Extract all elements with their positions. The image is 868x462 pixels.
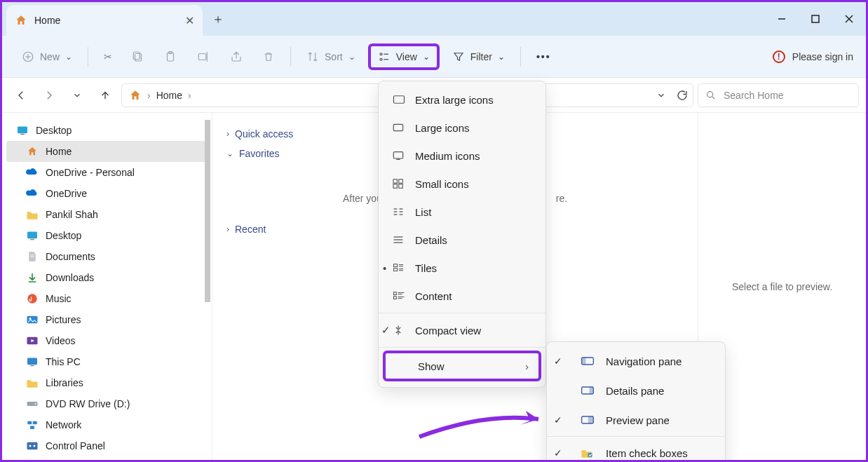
view-button[interactable]: View ⌄ <box>368 43 440 70</box>
nav-item-network[interactable]: Network <box>2 414 212 435</box>
copy-icon <box>132 50 144 63</box>
chevron-right-icon: › <box>525 360 529 372</box>
annotation-arrow <box>416 409 556 444</box>
show-details-pane[interactable]: Details pane <box>547 376 725 405</box>
tab-home[interactable]: Home ✕ <box>6 5 203 36</box>
new-button[interactable]: New ⌄ <box>15 43 79 70</box>
nav-label: Home <box>46 146 72 157</box>
forward-button[interactable] <box>37 83 61 107</box>
more-icon: ••• <box>536 51 551 62</box>
download-icon <box>26 271 39 284</box>
sign-in-button[interactable]: ! Please sign in <box>773 50 853 63</box>
show-navigation-pane[interactable]: ✓ Navigation pane <box>547 346 725 376</box>
svg-rect-23 <box>30 254 34 255</box>
details-pane-icon <box>581 386 596 395</box>
up-button[interactable] <box>93 83 117 107</box>
svg-point-15 <box>380 58 382 60</box>
view-extra-large-icons[interactable]: Extra large icons <box>379 86 545 114</box>
folder-icon <box>26 376 39 389</box>
view-menu: Extra large icons Large icons Medium ico… <box>378 81 546 388</box>
refresh-button[interactable] <box>676 89 689 102</box>
nav-item-user-folder[interactable]: Pankil Shah <box>2 204 212 225</box>
delete-button[interactable] <box>255 43 282 70</box>
share-button[interactable] <box>223 43 250 70</box>
svg-point-32 <box>34 403 36 405</box>
more-button[interactable]: ••• <box>529 43 558 70</box>
nav-item-documents[interactable]: Documents <box>2 246 212 267</box>
nav-item-libraries[interactable]: Libraries <box>2 372 212 393</box>
nav-item-desktop2[interactable]: Desktop <box>2 225 212 246</box>
nav-label: Libraries <box>46 377 83 388</box>
copy-button[interactable] <box>125 43 151 70</box>
tab-close-icon[interactable]: ✕ <box>185 14 194 27</box>
list-icon <box>393 208 404 216</box>
chevron-down-icon: ⌄ <box>348 52 355 62</box>
nav-item-videos[interactable]: Videos <box>2 330 212 351</box>
view-details[interactable]: Details <box>379 226 545 254</box>
minimize-button[interactable] <box>765 2 799 36</box>
svg-rect-41 <box>393 152 402 158</box>
check-icon: ✓ <box>554 447 562 458</box>
nav-label: Desktop <box>36 125 72 136</box>
breadcrumb-location[interactable]: Home <box>156 90 182 101</box>
nav-item-pictures[interactable]: Pictures <box>2 309 212 330</box>
separator <box>88 47 88 67</box>
close-window-button[interactable] <box>832 2 866 36</box>
nav-item-onedrive-personal[interactable]: OneDrive - Personal <box>2 162 212 183</box>
sort-button[interactable]: Sort ⌄ <box>299 43 362 70</box>
svg-point-38 <box>34 445 36 447</box>
view-tiles[interactable]: Tiles <box>379 254 545 282</box>
rename-icon <box>196 50 210 63</box>
sort-label: Sort <box>325 51 343 62</box>
nav-item-thispc[interactable]: This PC <box>2 351 212 372</box>
nav-item-downloads[interactable]: Downloads <box>2 267 212 288</box>
nav-item-dvd-drive[interactable]: DVD RW Drive (D:) <box>2 393 212 414</box>
cut-button[interactable]: ✂ <box>97 43 119 70</box>
nav-item-control-panel[interactable]: Control Panel <box>2 435 212 456</box>
view-content[interactable]: Content <box>379 282 545 310</box>
chevron-right-icon: › <box>226 129 229 139</box>
thispc-icon <box>26 355 39 368</box>
trash-icon <box>262 50 275 63</box>
desktop-icon <box>26 229 39 242</box>
rename-button[interactable] <box>189 43 217 70</box>
svg-rect-59 <box>394 269 398 271</box>
nav-label: Documents <box>46 251 95 262</box>
svg-point-13 <box>380 53 382 55</box>
maximize-button[interactable] <box>799 2 832 36</box>
scrollbar[interactable] <box>205 120 210 302</box>
filter-button[interactable]: Filter ⌄ <box>445 43 512 70</box>
view-medium-icons[interactable]: Medium icons <box>379 142 545 170</box>
svg-rect-65 <box>394 297 397 299</box>
nav-item-desktop[interactable]: Desktop <box>2 120 212 141</box>
search-icon <box>705 90 717 101</box>
back-button[interactable] <box>9 83 33 107</box>
show-preview-pane[interactable]: ✓ Preview pane <box>547 405 725 435</box>
nav-item-music[interactable]: Music <box>2 288 212 309</box>
nav-item-home[interactable]: Home <box>6 141 208 162</box>
view-list[interactable]: List <box>379 198 545 226</box>
new-tab-button[interactable]: ＋ <box>203 4 233 34</box>
view-large-icons[interactable]: Large icons <box>379 114 545 142</box>
menu-label: Navigation pane <box>606 355 681 367</box>
paste-button[interactable] <box>157 43 184 70</box>
svg-rect-34 <box>33 421 37 425</box>
show-item-check-boxes[interactable]: ✓ Item check boxes <box>547 438 725 462</box>
svg-rect-24 <box>30 257 34 257</box>
view-compact[interactable]: ✓ Compact view <box>379 316 545 344</box>
view-show[interactable]: Show › <box>383 351 541 381</box>
address-dropdown-icon[interactable] <box>656 90 666 100</box>
show-submenu: ✓ Navigation pane Details pane ✓ Preview… <box>546 341 726 462</box>
svg-rect-40 <box>393 124 402 130</box>
menu-label: Compact view <box>415 325 481 337</box>
nav-item-onedrive[interactable]: OneDrive <box>2 183 212 204</box>
view-small-icons[interactable]: Small icons <box>379 170 545 198</box>
svg-rect-21 <box>27 231 37 238</box>
search-box[interactable]: Search Home <box>698 83 859 107</box>
svg-rect-62 <box>394 292 397 295</box>
history-dropdown-button[interactable] <box>65 83 89 107</box>
view-icon <box>378 50 391 63</box>
compact-icon <box>393 325 404 336</box>
nav-label: DVD RW Drive (D:) <box>46 398 130 409</box>
large-icons-icon <box>393 123 404 132</box>
